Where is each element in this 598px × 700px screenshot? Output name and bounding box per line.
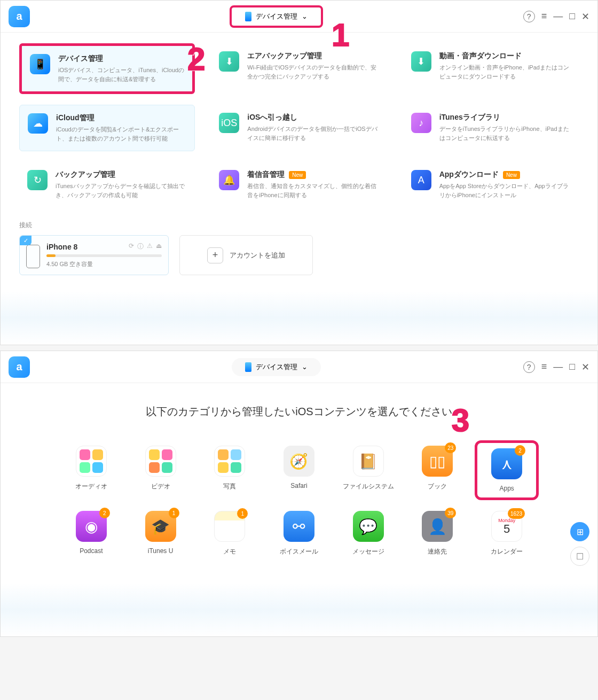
category-item[interactable]: 🎓1 iTunes U	[134, 511, 187, 556]
grid-view-button[interactable]: ⊞	[570, 522, 589, 541]
check-icon: ✓	[20, 236, 32, 245]
eject-icon[interactable]: ⏏	[156, 242, 162, 251]
tile-title: iOSへ引っ越し	[247, 113, 379, 122]
tile-icon: 📱	[30, 54, 50, 74]
tile-title: iTunesライブラリ	[439, 113, 571, 122]
add-account-button[interactable]: + アカウントを追加	[179, 235, 313, 275]
device-dropdown[interactable]: デバイス管理 ⌄	[230, 5, 323, 28]
feature-tile[interactable]: ♪ iTunesライブラリ データをiTunesライブラリからiPhone、iP…	[403, 105, 579, 151]
category-icon: ⋏2	[491, 448, 522, 479]
content-heading: 以下のカテゴリから管理したいiOSコンテンツを選んでください	[1, 405, 597, 419]
category-item[interactable]: 写真	[203, 446, 256, 495]
window-controls: ? ≡ — □ ✕	[523, 11, 589, 22]
storage-bar	[46, 254, 162, 257]
callout-2: 2	[187, 41, 205, 77]
window-categories: a デバイス管理 ⌄ ? ≡ — □ ✕ 3 以下のカテゴリから管理したいiOS…	[0, 351, 598, 637]
tile-icon: ⬇	[219, 51, 239, 72]
refresh-icon[interactable]: ⟳	[129, 242, 134, 251]
category-item[interactable]: ビデオ	[134, 446, 187, 495]
category-item[interactable]: 🧭 Safari	[272, 446, 326, 495]
device-phone-icon	[26, 245, 40, 268]
count-badge: 1	[237, 508, 248, 519]
list-view-button[interactable]: ☐	[570, 547, 589, 566]
feature-tile[interactable]: iOS iOSへ引っ越し Androidデバイスのデータを個別か一括でiOSデバ…	[211, 105, 387, 151]
category-item[interactable]: 1 メモ	[203, 511, 256, 556]
category-item[interactable]: Monday51623 カレンダー	[480, 511, 533, 556]
close-icon[interactable]: ✕	[581, 11, 589, 22]
category-item[interactable]: オーディオ	[65, 446, 118, 495]
category-icon: 🧭	[284, 446, 314, 477]
menu-icon[interactable]: ≡	[541, 11, 547, 22]
category-icon: Monday51623	[491, 511, 522, 542]
category-item[interactable]: 📔 ファイルシステム	[342, 446, 395, 495]
tile-icon: A	[411, 170, 431, 190]
tile-desc: Androidデバイスのデータを個別か一括でiOSデバイスに簡単に移行する	[247, 125, 379, 142]
dropdown-label: デバイス管理	[256, 12, 297, 21]
device-actions: ⟳ ⓘ ⚠ ⏏	[129, 242, 162, 251]
category-icon: 📔	[353, 446, 384, 477]
category-item[interactable]: ▯▯23 ブック	[411, 446, 465, 495]
category-label: メッセージ	[352, 547, 384, 556]
new-badge: New	[289, 171, 306, 179]
category-item[interactable]: 👤39 連絡先	[411, 511, 465, 556]
dropdown-label: デバイス管理	[256, 362, 297, 372]
category-icon: ⚯	[284, 511, 314, 542]
tile-icon: iOS	[219, 113, 239, 133]
titlebar: a デバイス管理 ⌄ ? ≡ — □ ✕	[1, 351, 597, 383]
feature-tile[interactable]: 🔔 着信音管理New 着信音、通知音をカスタマイズし、個性的な着信音をiPhon…	[211, 162, 387, 207]
new-badge: New	[503, 171, 520, 179]
feature-tile[interactable]: 📱 デバイス管理 iOSデバイス、コンピュータ、iTunes、iCloudの間で…	[19, 43, 195, 94]
category-icon: ▯▯23	[422, 446, 453, 477]
feature-tile[interactable]: ↻ バックアップ管理 iTunesバックアップからデータを確認して抽出でき、バッ…	[19, 162, 195, 207]
category-label: ビデオ	[151, 482, 170, 491]
feature-tile[interactable]: ☁ iCloud管理 iCoudのデータを閲覧&インポート&エクスポート、または…	[19, 105, 195, 151]
menu-icon[interactable]: ≡	[541, 361, 547, 372]
tile-icon: ♪	[411, 113, 431, 133]
category-label: Safari	[290, 482, 307, 489]
count-badge: 1	[169, 508, 179, 518]
tile-title: バックアップ管理	[56, 170, 187, 180]
main-content: 📱 デバイス管理 iOSデバイス、コンピュータ、iTunes、iCloudの間で…	[1, 33, 597, 275]
category-label: iTunes U	[148, 547, 174, 555]
category-item[interactable]: 💬 メッセージ	[342, 511, 395, 556]
category-label: 連絡先	[428, 547, 447, 556]
help-icon[interactable]: ?	[523, 11, 535, 22]
minimize-icon[interactable]: —	[553, 11, 563, 22]
chevron-down-icon: ⌄	[302, 12, 308, 20]
category-icon: 💬	[353, 511, 384, 542]
category-label: オーディオ	[75, 482, 107, 491]
device-dropdown[interactable]: デバイス管理 ⌄	[232, 358, 321, 376]
device-name: iPhone 8	[46, 243, 77, 251]
count-badge: 23	[445, 442, 456, 453]
tile-title: AppダウンロードNew	[439, 170, 571, 180]
info-icon[interactable]: ⓘ	[137, 242, 144, 251]
tile-desc: データをiTunesライブラリからiPhone、iPadまたはコンピュータに転送…	[439, 125, 571, 142]
tile-icon: 🔔	[219, 170, 239, 190]
category-grid: オーディオ ビデオ 写真 🧭 Safari 📔 ファイルシステム ▯▯23 ブッ…	[1, 446, 597, 556]
maximize-icon[interactable]: □	[569, 11, 575, 22]
feature-tile[interactable]: A AppダウンロードNew AppをApp Storeからダウンロード、App…	[403, 162, 579, 207]
tile-desc: Wi-Fi経由でiOSデバイスのデータを自動的で、安全かつ完全にバックアップする	[247, 63, 379, 81]
category-item[interactable]: ⋏2 Apps	[475, 440, 539, 500]
category-label: Podcast	[80, 547, 103, 555]
tile-title: エアバックアップ管理	[247, 51, 379, 61]
category-icon	[76, 446, 107, 477]
tile-desc: AppをApp Storeからダウンロード、AppライブラリからiPhoneにイ…	[439, 182, 571, 199]
device-card[interactable]: ✓ iPhone 8 ⟳ ⓘ ⚠ ⏏ 4.50 GB 空き容量	[19, 235, 169, 275]
category-icon: 1	[214, 511, 245, 542]
chevron-down-icon: ⌄	[302, 363, 308, 371]
feature-tile[interactable]: ⬇ エアバックアップ管理 Wi-Fi経由でiOSデバイスのデータを自動的で、安全…	[211, 43, 387, 94]
minimize-icon[interactable]: —	[553, 361, 563, 372]
warn-icon[interactable]: ⚠	[147, 242, 153, 251]
app-logo: a	[9, 356, 30, 378]
feature-tile[interactable]: ⬇ 動画・音声ダウンロード オンライン動画・音声をiPhone、iPadまたはコ…	[403, 43, 579, 94]
tile-icon: ☁	[28, 113, 48, 134]
category-item[interactable]: ⚯ ボイスメール	[272, 511, 326, 556]
tile-icon: ↻	[27, 170, 48, 190]
category-item[interactable]: ◉2 Podcast	[65, 511, 118, 556]
help-icon[interactable]: ?	[523, 361, 535, 373]
maximize-icon[interactable]: □	[569, 361, 575, 372]
category-icon	[145, 446, 176, 477]
close-icon[interactable]: ✕	[581, 361, 589, 373]
category-icon: 🎓1	[145, 511, 176, 542]
